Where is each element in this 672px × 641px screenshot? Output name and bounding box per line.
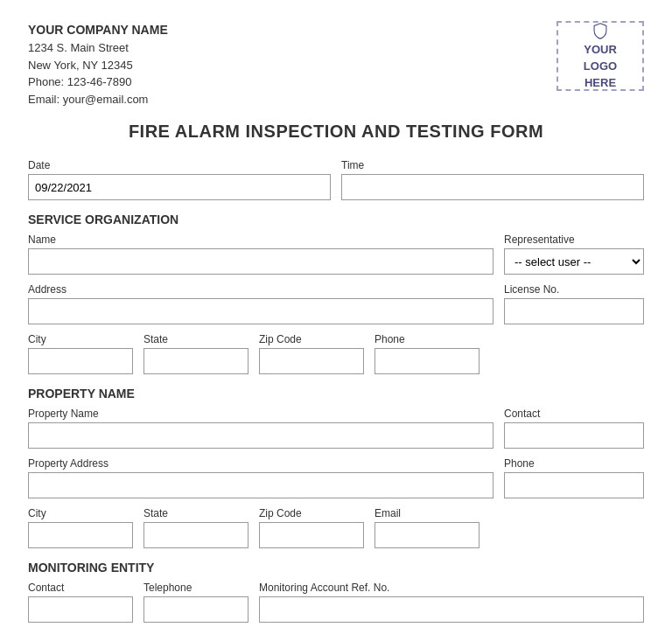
monitoring-account-label: Monitoring Account Ref. No.	[259, 582, 644, 594]
property-phone-input[interactable]	[504, 472, 644, 498]
license-label: License No.	[504, 283, 644, 296]
service-state-field-group: State	[144, 333, 248, 374]
property-city-label: City	[28, 507, 133, 519]
service-name-input[interactable]	[28, 248, 494, 275]
service-zip-input[interactable]	[259, 348, 364, 374]
monitoring-title: MONITORING ENTITY	[28, 561, 644, 575]
property-state-input[interactable]	[144, 522, 248, 548]
service-name-label: Name	[28, 233, 494, 246]
property-email-label: Email	[374, 507, 480, 519]
property-zip-input[interactable]	[259, 522, 364, 548]
logo-text-line2: LOGO	[584, 59, 617, 73]
telephone-field-group: Telephone	[144, 582, 248, 623]
telephone-label: Telephone	[144, 582, 248, 594]
service-phone-label: Phone	[374, 333, 480, 345]
license-input[interactable]	[504, 298, 644, 324]
property-email-field-group: Email	[374, 507, 480, 548]
property-zip-field-group: Zip Code	[259, 507, 364, 548]
company-phone: Phone: 123-46-7890	[28, 73, 168, 91]
page-header: YOUR COMPANY NAME 1234 S. Main Street Ne…	[28, 21, 644, 108]
service-state-label: State	[144, 333, 248, 345]
time-field-group: Time	[341, 159, 644, 200]
property-name-label: Property Name	[28, 408, 494, 420]
license-field-group: License No.	[504, 283, 644, 324]
service-city-label: City	[28, 333, 133, 345]
property-phone-field-group: Phone	[504, 457, 644, 498]
service-zip-field-group: Zip Code	[259, 333, 364, 374]
property-zip-label: Zip Code	[259, 507, 364, 519]
service-phone-field-group: Phone	[374, 333, 480, 374]
company-city-state-zip: New York, NY 12345	[28, 57, 168, 74]
monitoring-contact-input[interactable]	[28, 596, 133, 623]
property-address-label: Property Address	[28, 457, 494, 470]
service-city-input[interactable]	[28, 348, 133, 374]
monitoring-contact-label: Contact	[28, 582, 133, 594]
company-info: YOUR COMPANY NAME 1234 S. Main Street Ne…	[28, 21, 168, 108]
property-state-label: State	[144, 507, 248, 519]
logo-placeholder: YOUR LOGO HERE	[556, 21, 644, 91]
shield-icon	[586, 23, 614, 39]
service-address-field-group: Address	[28, 283, 494, 324]
form-title: FIRE ALARM INSPECTION AND TESTING FORM	[28, 122, 644, 142]
monitoring-account-input[interactable]	[259, 596, 644, 623]
service-zip-label: Zip Code	[259, 333, 364, 345]
representative-field-group: Representative -- select user --	[504, 233, 644, 275]
date-field-group: Date	[28, 159, 331, 200]
service-phone-input[interactable]	[374, 348, 480, 374]
monitoring-account-field-group: Monitoring Account Ref. No.	[259, 582, 644, 623]
property-contact-input[interactable]	[504, 422, 644, 449]
company-email: Email: your@email.com	[28, 91, 168, 108]
property-city-field-group: City	[28, 507, 133, 548]
property-name-row: Property Name Contact	[28, 408, 644, 449]
property-contact-label: Contact	[504, 408, 644, 420]
service-address-input[interactable]	[28, 298, 494, 324]
date-input[interactable]	[28, 174, 331, 200]
representative-select[interactable]: -- select user --	[504, 248, 644, 275]
time-label: Time	[341, 159, 644, 171]
service-address-label: Address	[28, 283, 494, 296]
property-contact-field-group: Contact	[504, 408, 644, 449]
service-name-field-group: Name	[28, 233, 494, 275]
property-phone-label: Phone	[504, 457, 644, 470]
monitoring-contact-field-group: Contact	[28, 582, 133, 623]
property-name-field-group: Property Name	[28, 408, 494, 449]
service-city-state-row: City State Zip Code Phone	[28, 333, 644, 374]
property-city-state-row: City State Zip Code Email	[28, 507, 644, 548]
representative-label: Representative	[504, 233, 644, 246]
property-address-row: Property Address Phone	[28, 457, 644, 498]
logo-text-line1: YOUR	[584, 43, 617, 56]
telephone-input[interactable]	[144, 596, 248, 623]
monitoring-row: Contact Telephone Monitoring Account Ref…	[28, 582, 644, 623]
property-address-field-group: Property Address	[28, 457, 494, 498]
property-name-input[interactable]	[28, 422, 494, 449]
service-address-row: Address License No.	[28, 283, 644, 324]
property-address-input[interactable]	[28, 472, 494, 498]
service-org-title: SERVICE ORGANIZATION	[28, 213, 644, 226]
property-email-input[interactable]	[374, 522, 480, 548]
service-city-field-group: City	[28, 333, 133, 374]
company-address: 1234 S. Main Street	[28, 39, 168, 57]
property-state-field-group: State	[144, 507, 248, 548]
date-time-row: Date Time	[28, 159, 644, 200]
time-input[interactable]	[341, 174, 644, 200]
property-name-title: PROPERTY NAME	[28, 387, 644, 401]
property-city-input[interactable]	[28, 522, 133, 548]
company-name: YOUR COMPANY NAME	[28, 21, 168, 39]
logo-text-line3: HERE	[584, 76, 616, 89]
date-label: Date	[28, 159, 331, 171]
service-state-input[interactable]	[144, 348, 248, 374]
service-name-row: Name Representative -- select user --	[28, 233, 644, 275]
